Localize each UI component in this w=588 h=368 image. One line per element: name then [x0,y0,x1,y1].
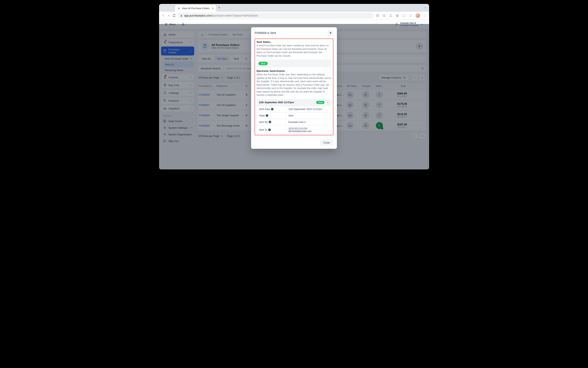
detail-key: Sent By? [257,119,286,125]
detail-key: Sent Date? [257,106,286,112]
detail-value: Example User A [286,119,331,125]
detail-key: State? [257,112,286,119]
install-app-icon[interactable] [376,14,379,17]
reload-icon[interactable] [172,14,176,17]
close-button[interactable]: Close [320,140,333,146]
modal-title: PO00004 is Sent [255,31,276,35]
event-accordion-header[interactable]: 12th September 2023 12:07pm Sent [257,99,331,106]
chevron-up-icon [326,101,329,104]
new-tab-button[interactable]: + [218,6,221,10]
sent-badge: Sent [259,62,268,65]
event-badge: Sent [316,101,324,104]
detail-key: Sent To? [257,125,286,134]
close-window-icon[interactable] [161,7,164,9]
help-icon[interactable]: ? [271,108,273,110]
browser-chrome: View All Purchase Orders × + app.purchas… [159,4,429,20]
share-icon[interactable] [389,14,393,17]
events-desc: When the Purchase Order was Sent, depend… [257,73,331,97]
sidepanel-icon[interactable] [409,14,412,17]
sent-status-modal: PO00004 is Sent ✕ Sent Status A Sent Pur… [251,27,337,149]
highlighted-region: Sent Status A Sent Purchase Order has be… [255,38,333,135]
tabs-dropdown-icon[interactable] [424,6,427,9]
modal-close-button[interactable]: ✕ [328,30,333,36]
extensions-icon[interactable] [402,14,406,17]
event-timestamp: 12th September 2023 12:07pm [259,101,314,104]
help-icon[interactable]: ? [268,129,271,131]
table-row: State? Sent [257,112,331,119]
table-row: Sent Date? 12th September 2023 12:07pm [257,106,331,112]
app-favicon [177,7,181,10]
svg-rect-0 [181,15,182,16]
profile-avatar[interactable] [415,13,420,18]
browser-menu-icon[interactable]: ⋮ [423,13,427,18]
detail-value: Sent [286,112,331,119]
sent-status-desc: A Sent Purchase Order has been marked as… [257,44,331,58]
nav-forward-icon[interactable] [167,14,170,17]
window-controls[interactable] [161,7,172,9]
maximize-window-icon[interactable] [169,7,172,9]
events-title: Electronic Send Events [257,70,331,73]
help-icon[interactable]: ? [269,121,271,123]
sent-status-title: Sent Status [257,40,331,43]
close-tab-icon[interactable]: × [212,7,213,10]
zoom-icon[interactable] [382,14,386,17]
table-row: Sent To? lalhandlersbundle@marketboomer.… [257,125,331,134]
status-badge-row: Sent [257,60,331,67]
browser-tab[interactable]: View All Purchase Orders × [175,5,216,12]
help-icon[interactable]: ? [266,114,268,117]
url-domain: app.purchaseplus.com [184,14,212,17]
detail-value: lalhandlersbundle@marketboomer.com [286,125,331,134]
svg-rect-3 [409,15,412,17]
svg-point-2 [383,14,385,17]
modal-overlay[interactable]: PO00004 is Sent ✕ Sent Status A Sent Pur… [159,24,429,169]
table-row: Sent By? Example User A [257,119,331,125]
url-path: /purchase-orders?status=Not%20Sent [212,14,258,17]
address-bar[interactable]: app.purchaseplus.com/purchase-orders?sta… [178,13,374,18]
event-details-table: Sent Date? 12th September 2023 12:07pm S… [257,106,331,135]
detail-value: 12th September 2023 12:07pm [286,106,331,112]
bookmark-star-icon[interactable] [395,14,399,17]
minimize-window-icon[interactable] [165,7,168,9]
nav-back-icon[interactable] [161,14,165,17]
lock-icon [180,14,183,17]
tab-title: View All Purchase Orders [182,7,210,10]
